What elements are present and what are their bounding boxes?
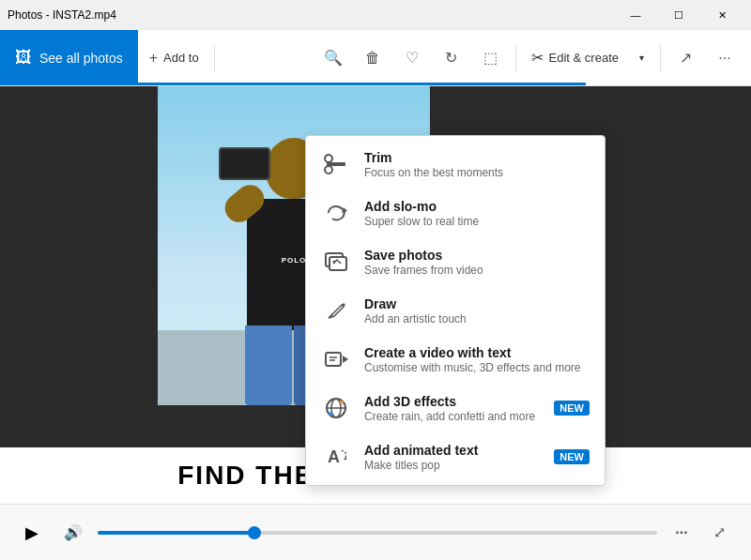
slomo-desc: Super slow to real time bbox=[364, 215, 590, 228]
delete-button[interactable]: 🗑 bbox=[354, 39, 391, 77]
close-button[interactable]: ✕ bbox=[700, 0, 743, 30]
svg-point-14 bbox=[340, 401, 344, 404]
draw-text: Draw Add an artistic touch bbox=[364, 296, 590, 325]
zoom-button[interactable]: 🔍 bbox=[314, 39, 352, 77]
camera bbox=[219, 147, 270, 180]
edit-dropdown-menu: Trim Focus on the best moments Add slo-m… bbox=[305, 135, 605, 486]
progress-fill bbox=[98, 531, 254, 535]
trim-title: Trim bbox=[364, 150, 590, 165]
rotate-button[interactable]: ↻ bbox=[433, 39, 470, 77]
add-icon: + bbox=[149, 50, 158, 67]
controls-bar: ▶ 🔊 ··· ⤢ bbox=[0, 504, 751, 560]
controls-right: ··· ⤢ bbox=[665, 516, 736, 550]
progress-track[interactable] bbox=[98, 531, 657, 535]
svg-point-15 bbox=[329, 412, 332, 416]
svg-text:A: A bbox=[328, 447, 340, 466]
jeans-left bbox=[245, 325, 292, 405]
main-content: POLO FIND THE WORK YOU LOVE ▶ 🔊 ··· ⤢ bbox=[0, 86, 751, 560]
menu-item-draw[interactable]: Draw Add an artistic touch bbox=[306, 286, 605, 335]
more-controls-icon: ··· bbox=[675, 524, 687, 541]
svg-marker-8 bbox=[343, 356, 348, 363]
save-photos-text: Save photos Save frames from video bbox=[364, 248, 590, 277]
toolbar-right: 🔍 🗑 ♡ ↻ ⬚ ✂ Edit & create ▾ ↗ bbox=[314, 39, 751, 77]
minimize-button[interactable]: — bbox=[614, 0, 657, 30]
create-video-text: Create a video with text Customise with … bbox=[364, 345, 590, 374]
save-photos-title: Save photos bbox=[364, 248, 590, 263]
create-video-title: Create a video with text bbox=[364, 345, 590, 360]
draw-title: Draw bbox=[364, 296, 590, 311]
window-title: Photos - INSTA2.mp4 bbox=[8, 8, 116, 22]
draw-icon bbox=[321, 295, 351, 325]
volume-icon: 🔊 bbox=[64, 523, 83, 541]
menu-item-3d-effects[interactable]: Add 3D effects Create rain, add confetti… bbox=[306, 384, 605, 432]
chevron-down-icon: ▾ bbox=[639, 53, 644, 63]
slomo-text: Add slo-mo Super slow to real time bbox=[364, 199, 590, 228]
photos-icon: 🖼 bbox=[15, 48, 32, 68]
toolbar: 🖼 See all photos + Add to 🔍 🗑 ♡ ↻ ⬚ ✂ Ed… bbox=[0, 30, 751, 86]
trash-icon: 🗑 bbox=[365, 50, 380, 67]
slomo-title: Add slo-mo bbox=[364, 199, 590, 214]
share-button[interactable]: ↗ bbox=[667, 39, 704, 77]
edit-label: Edit & create bbox=[549, 51, 619, 65]
see-all-photos-button[interactable]: 🖼 See all photos bbox=[0, 30, 138, 85]
maximize-button[interactable]: ☐ bbox=[657, 0, 700, 30]
fullscreen-button[interactable]: ⤢ bbox=[702, 516, 736, 550]
fullscreen-icon: ⤢ bbox=[713, 523, 726, 541]
favorite-button[interactable]: ♡ bbox=[393, 39, 431, 77]
toolbar-progress-bar bbox=[135, 83, 586, 85]
svg-point-6 bbox=[333, 261, 336, 264]
slomo-icon bbox=[321, 198, 351, 228]
animated-text-desc: Make titles pop bbox=[364, 459, 541, 472]
progress-thumb[interactable] bbox=[248, 526, 261, 539]
menu-item-animated-text[interactable]: A Add animated text Make titles pop NEW bbox=[306, 432, 605, 481]
svg-point-1 bbox=[325, 155, 332, 162]
zoom-icon: 🔍 bbox=[324, 49, 343, 67]
3d-effects-title: Add 3D effects bbox=[364, 394, 541, 409]
separator-2 bbox=[515, 44, 516, 72]
more-icon: ··· bbox=[718, 50, 730, 67]
add-to-button[interactable]: + Add to bbox=[138, 39, 210, 77]
animated-text-text: Add animated text Make titles pop bbox=[364, 443, 541, 472]
window-controls: — ☐ ✕ bbox=[614, 0, 743, 30]
see-all-photos-label: See all photos bbox=[39, 51, 123, 66]
svg-rect-7 bbox=[326, 353, 341, 366]
separator-3 bbox=[660, 44, 661, 72]
create-video-desc: Customise with music, 3D effects and mor… bbox=[364, 361, 590, 374]
trim-text: Trim Focus on the best moments bbox=[364, 150, 590, 179]
3d-effects-icon bbox=[321, 393, 351, 423]
animated-text-badge: NEW bbox=[554, 449, 590, 464]
trim-desc: Focus on the best moments bbox=[364, 166, 590, 179]
crop-button[interactable]: ⬚ bbox=[472, 39, 510, 77]
more-button[interactable]: ··· bbox=[706, 39, 743, 77]
svg-point-2 bbox=[325, 166, 332, 174]
edit-create-split-button: ✂ Edit & create ▾ bbox=[522, 39, 654, 77]
svg-marker-17 bbox=[344, 457, 347, 461]
crop-icon: ⬚ bbox=[483, 49, 498, 67]
heart-icon: ♡ bbox=[406, 49, 419, 67]
animated-text-icon: A bbox=[321, 442, 351, 472]
3d-effects-badge: NEW bbox=[554, 401, 590, 416]
menu-item-create-video[interactable]: Create a video with text Customise with … bbox=[306, 335, 605, 384]
share-icon: ↗ bbox=[680, 49, 692, 67]
trim-icon bbox=[321, 149, 351, 179]
3d-effects-text: Add 3D effects Create rain, add confetti… bbox=[364, 394, 541, 423]
separator-1 bbox=[214, 44, 215, 72]
menu-item-slomo[interactable]: Add slo-mo Super slow to real time bbox=[306, 189, 605, 237]
save-photos-desc: Save frames from video bbox=[364, 264, 590, 277]
menu-item-save-photos[interactable]: Save photos Save frames from video bbox=[306, 237, 605, 286]
more-controls-button[interactable]: ··· bbox=[665, 516, 698, 550]
progress-area bbox=[98, 531, 657, 535]
3d-effects-desc: Create rain, add confetti and more bbox=[364, 410, 541, 423]
rotate-icon: ↻ bbox=[445, 49, 457, 67]
title-bar: Photos - INSTA2.mp4 — ☐ ✕ bbox=[0, 0, 751, 30]
play-button[interactable]: ▶ bbox=[15, 516, 49, 550]
create-video-icon bbox=[321, 344, 351, 374]
draw-desc: Add an artistic touch bbox=[364, 312, 590, 325]
edit-create-main-button[interactable]: ✂ Edit & create bbox=[522, 39, 628, 77]
menu-item-trim[interactable]: Trim Focus on the best moments bbox=[306, 140, 605, 189]
edit-create-dropdown-button[interactable]: ▾ bbox=[628, 39, 654, 77]
save-photos-icon bbox=[321, 247, 351, 277]
volume-button[interactable]: 🔊 bbox=[56, 516, 90, 550]
animated-text-title: Add animated text bbox=[364, 443, 541, 458]
svg-rect-5 bbox=[330, 257, 346, 270]
